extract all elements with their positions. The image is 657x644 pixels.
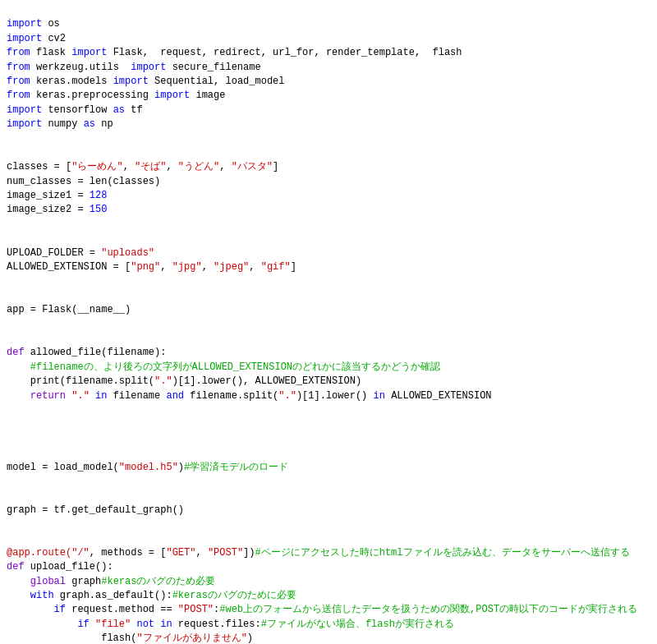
- line-3: from flask import Flask, request, redire…: [7, 47, 462, 58]
- line-21: #filenameの、より後ろの文字列がALLOWED_EXTENSIONのどれ…: [7, 361, 440, 373]
- code-editor: import os import cv2 from flask import F…: [0, 0, 657, 644]
- line-11: num_classes = len(classes): [7, 176, 160, 187]
- line-18: app = Flask(__name__): [7, 304, 131, 315]
- line-10: classes = ["らーめん", "そば", "うどん", "パスタ"]: [7, 161, 278, 172]
- line-2: import cv2: [7, 33, 66, 44]
- line-16: ALLOWED_EXTENSION = ["png", "jpg", "jpeg…: [7, 261, 296, 273]
- line-15: UPLOAD_FOLDER = "uploads": [7, 247, 154, 259]
- line-6: from keras.preprocessing import image: [7, 90, 225, 101]
- line-12: image_size1 = 128: [7, 190, 107, 201]
- line-1: import os: [7, 18, 60, 30]
- line-36: flash("ファイルがありません"): [7, 632, 253, 644]
- line-23: return "." in filename and filename.spli…: [7, 390, 492, 402]
- line-31: def upload_file():: [7, 561, 113, 573]
- line-26: model = load_model("model.h5")#学習済モデルのロー…: [7, 462, 288, 473]
- line-35: if "file" not in request.files:#ファイルがない場…: [7, 619, 454, 630]
- line-20: def allowed_file(filename):: [7, 347, 166, 358]
- line-13: image_size2 = 150: [7, 204, 107, 215]
- line-22: print(filename.split(".")[1].lower(), AL…: [7, 375, 361, 387]
- line-32: global graph#kerasのバグのため必要: [7, 576, 215, 587]
- line-4: from werkzeug.utils import secure_filena…: [7, 62, 261, 73]
- line-8: import numpy as np: [7, 118, 113, 130]
- line-28: graph = tf.get_default_graph(): [7, 504, 184, 516]
- line-5: from keras.models import Sequential, loa…: [7, 76, 285, 87]
- line-34: if request.method == "POST":#web上のフォームから…: [7, 604, 637, 615]
- line-30: @app.route("/", methods = ["GET", "POST"…: [7, 547, 630, 559]
- line-7: import tensorflow as tf: [7, 104, 143, 116]
